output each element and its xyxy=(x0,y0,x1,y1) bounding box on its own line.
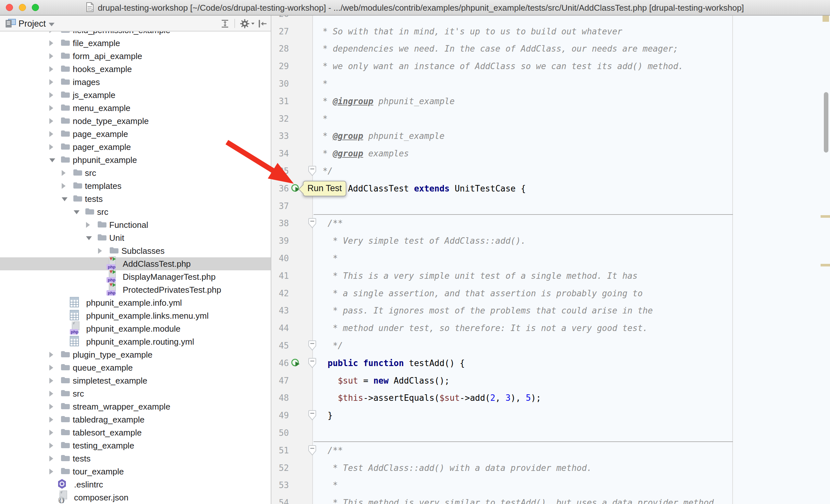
tree-item-pager-example[interactable]: pager_example xyxy=(0,140,271,154)
fold-marker-icon[interactable] xyxy=(308,218,317,230)
tree-item-addclasstest-php[interactable]: phpAddClassTest.php xyxy=(0,257,271,270)
code-line-41[interactable]: * This is a very simple unit test of a s… xyxy=(317,267,638,284)
line-number[interactable]: 41 xyxy=(272,267,289,284)
line-number[interactable]: 34 xyxy=(272,145,289,162)
code-line-49[interactable]: } xyxy=(317,407,333,424)
line-number[interactable]: 46 xyxy=(272,355,289,372)
chevron-collapsed-icon[interactable] xyxy=(49,40,53,46)
line-number[interactable]: 29 xyxy=(272,58,289,75)
tree-item-stream-wrapper-example[interactable]: stream_wrapper_example xyxy=(0,400,271,413)
panel-title[interactable]: Project xyxy=(19,19,46,29)
chevron-collapsed-icon[interactable] xyxy=(49,404,53,409)
code-line-35[interactable]: */ xyxy=(317,162,333,180)
tree-item-node-type-example[interactable]: node_type_example xyxy=(0,114,271,128)
code-line-40[interactable]: * xyxy=(317,249,338,267)
line-number[interactable]: 45 xyxy=(272,337,289,355)
line-number[interactable]: 35 xyxy=(272,162,289,180)
chevron-collapsed-icon[interactable] xyxy=(49,456,53,462)
collapse-all-button[interactable] xyxy=(219,18,230,31)
chevron-collapsed-icon[interactable] xyxy=(49,79,53,85)
tree-item-phpunit-example-links-menu-yml[interactable]: phpunit_example.links.menu.yml xyxy=(0,309,271,322)
tree-item-hooks-example[interactable]: hooks_example xyxy=(0,63,271,76)
editor-scrollbar-thumb[interactable] xyxy=(824,92,828,153)
line-number[interactable]: 42 xyxy=(272,284,289,302)
tree-item-js-example[interactable]: js_example xyxy=(0,89,271,102)
chevron-collapsed-icon[interactable] xyxy=(49,352,53,358)
chevron-collapsed-icon[interactable] xyxy=(62,170,66,176)
run-test-icon[interactable] xyxy=(291,358,301,368)
line-number[interactable]: 40 xyxy=(272,249,289,267)
line-number[interactable]: 48 xyxy=(272,389,289,407)
code-line-31[interactable]: * @ingroup phpunit_example xyxy=(317,93,455,110)
chevron-down-icon[interactable] xyxy=(49,23,55,26)
fold-marker-icon[interactable] xyxy=(308,410,317,422)
code-line-39[interactable]: * Very simple test of AddClass::add(). xyxy=(317,232,526,249)
chevron-collapsed-icon[interactable] xyxy=(49,131,53,137)
chevron-collapsed-icon[interactable] xyxy=(98,248,102,254)
tree-item-phpunit-example-routing-yml[interactable]: phpunit_example.routing.yml xyxy=(0,335,271,348)
code-line-32[interactable]: * xyxy=(317,110,327,128)
line-number[interactable]: 26 xyxy=(272,15,289,23)
line-number[interactable]: 50 xyxy=(272,424,289,442)
chevron-expanded-icon[interactable] xyxy=(62,197,67,201)
code-line-38[interactable]: /** xyxy=(317,214,343,232)
line-number[interactable]: 49 xyxy=(272,407,289,424)
tree-item-src[interactable]: src xyxy=(0,205,271,219)
code-line-45[interactable]: */ xyxy=(317,337,343,355)
code-line-47[interactable]: $sut = new AddClass(); xyxy=(317,372,450,390)
line-number[interactable]: 43 xyxy=(272,302,289,320)
line-number[interactable]: 31 xyxy=(272,93,289,110)
tree-item-tablesort-example[interactable]: tablesort_example xyxy=(0,426,271,439)
tree-item-tests[interactable]: tests xyxy=(0,452,271,465)
chevron-collapsed-icon[interactable] xyxy=(49,469,53,474)
chevron-expanded-icon[interactable] xyxy=(49,158,55,162)
line-number[interactable]: 51 xyxy=(272,442,289,459)
code-line-51[interactable]: /** xyxy=(317,442,343,459)
line-number[interactable]: 28 xyxy=(272,40,289,58)
tree-item-composer-json[interactable]: {}composer.json xyxy=(0,491,271,504)
error-stripe-mark[interactable] xyxy=(821,264,830,266)
chevron-collapsed-icon[interactable] xyxy=(62,183,66,189)
tree-item-src[interactable]: src xyxy=(0,167,271,179)
chevron-collapsed-icon[interactable] xyxy=(49,430,53,436)
line-number[interactable]: 54 xyxy=(272,494,289,504)
code-line-33[interactable]: * @group phpunit_example xyxy=(317,127,444,145)
chevron-collapsed-icon[interactable] xyxy=(49,443,53,448)
hide-panel-button[interactable] xyxy=(257,18,268,31)
line-number[interactable]: 44 xyxy=(272,320,289,337)
code-line-42[interactable]: * a single assertion, and that assertion… xyxy=(317,284,643,302)
tree-item-menu-example[interactable]: menu_example xyxy=(0,102,271,114)
tree-item-phpunit-example-module[interactable]: phpphpunit_example.module xyxy=(0,322,271,335)
tree-item-phpunit-example[interactable]: phpunit_example xyxy=(0,154,271,167)
tree-item-page-example[interactable]: page_example xyxy=(0,128,271,140)
tree-item-phpunit-example-info-yml[interactable]: phpunit_example.info.yml xyxy=(0,296,271,309)
chevron-collapsed-icon[interactable] xyxy=(86,222,90,228)
error-stripe-mark[interactable] xyxy=(821,215,830,218)
chevron-collapsed-icon[interactable] xyxy=(49,92,53,98)
code-line-54[interactable]: * This method is very similar to testAdd… xyxy=(317,494,714,504)
chevron-collapsed-icon[interactable] xyxy=(49,417,53,423)
code-line-28[interactable]: * dependencies we need. In the case of A… xyxy=(317,40,678,58)
tree-item-plugin-type-example[interactable]: plugin_type_example xyxy=(0,348,271,361)
code-line-46[interactable]: public function testAdd() { xyxy=(317,355,465,372)
tree-item-subclasses[interactable]: Subclasses xyxy=(0,244,271,257)
line-number[interactable]: 27 xyxy=(272,23,289,40)
code-line-53[interactable]: * xyxy=(317,476,338,494)
line-number[interactable]: 30 xyxy=(272,75,289,93)
chevron-expanded-icon[interactable] xyxy=(86,236,92,240)
chevron-collapsed-icon[interactable] xyxy=(49,391,53,397)
tree-item-testing-example[interactable]: testing_example xyxy=(0,439,271,452)
code-line-43[interactable]: * pass. It ignores most of the problems … xyxy=(317,302,653,320)
chevron-expanded-icon[interactable] xyxy=(74,210,79,214)
code-line-36[interactable]: class AddClassTest extends UnitTestCase … xyxy=(317,180,526,197)
tree-item-displaymanagertest-php[interactable]: phpDisplayManagerTest.php xyxy=(0,270,271,283)
tree-item-queue-example[interactable]: queue_example xyxy=(0,361,271,374)
code-line-27[interactable]: * So with that in mind, it's up to us to… xyxy=(317,23,622,40)
line-number[interactable]: 52 xyxy=(272,459,289,477)
line-number[interactable]: 36 xyxy=(272,180,289,197)
code-line-34[interactable]: * @group examples xyxy=(317,145,409,162)
line-number[interactable]: 53 xyxy=(272,476,289,494)
code-line-52[interactable]: * Test AddClass::add() with a data provi… xyxy=(317,459,592,477)
tree-item-templates[interactable]: templates xyxy=(0,179,271,193)
fold-marker-icon[interactable] xyxy=(308,340,317,352)
